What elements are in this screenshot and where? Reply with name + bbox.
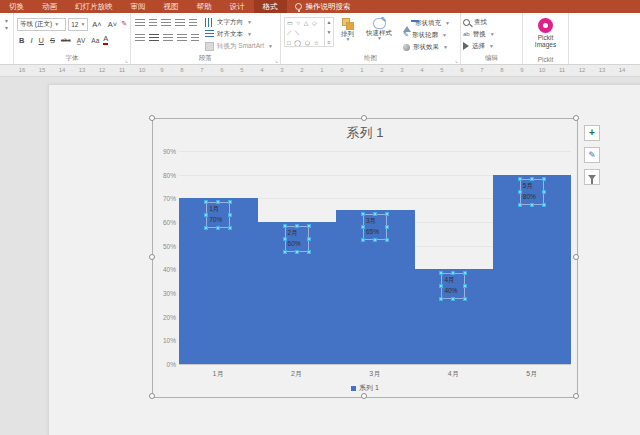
horizontal-ruler[interactable]: 16·15·14·13·12·11·10·9·8·7·6·5·4·3·2·1·0…	[0, 65, 640, 76]
clear-formatting-icon[interactable]: ✎	[121, 20, 127, 28]
ribbon-tab-1[interactable]: 动画	[33, 0, 66, 13]
shape-fill-button[interactable]: 形状填充▼	[401, 17, 452, 29]
bold-button[interactable]: B	[17, 36, 26, 45]
selection-handle-icon[interactable]	[530, 177, 534, 181]
change-case-button[interactable]: Aa	[89, 37, 101, 44]
gallery-more-icon[interactable]: ≡	[328, 39, 331, 45]
pickit-images-button[interactable]: Pickit Images	[523, 16, 568, 50]
increase-indent-icon[interactable]	[175, 19, 185, 28]
selection-handle-icon[interactable]	[542, 203, 546, 207]
ribbon-tab-6[interactable]: 设计	[221, 0, 254, 13]
selection-handle-icon[interactable]	[307, 237, 311, 241]
selection-handle-icon[interactable]	[216, 226, 220, 230]
selection-handle-icon[interactable]	[542, 190, 546, 194]
selection-handle-icon[interactable]	[373, 212, 377, 216]
partial-icon[interactable]: ▾	[0, 17, 13, 24]
chart-frame-handle-icon[interactable]	[573, 254, 579, 260]
selection-handle-icon[interactable]	[385, 238, 389, 242]
chart-frame-handle-icon[interactable]	[149, 115, 155, 121]
selection-handle-icon[interactable]	[373, 238, 377, 242]
justify-icon[interactable]	[177, 34, 187, 43]
selection-handle-icon[interactable]	[361, 225, 365, 229]
selection-handle-icon[interactable]	[283, 250, 287, 254]
selection-handle-icon[interactable]	[204, 200, 208, 204]
selection-handle-icon[interactable]	[228, 200, 232, 204]
selection-handle-icon[interactable]	[542, 177, 546, 181]
replace-button[interactable]: ab 替换▼	[461, 28, 522, 40]
shrink-font-button[interactable]: A˅	[106, 20, 119, 29]
selection-handle-icon[interactable]	[295, 224, 299, 228]
ribbon-tab-0[interactable]: 切换	[0, 0, 33, 13]
shapes-gallery-scroll[interactable]: ▲ ▼ ≡	[324, 18, 333, 46]
font-name-combo[interactable]: 等线 (正文) ▼	[17, 18, 66, 31]
italic-button[interactable]: I	[28, 36, 34, 45]
selection-handle-icon[interactable]	[451, 271, 455, 275]
data-label-1月[interactable]: 1月70%	[206, 202, 230, 228]
chart-frame-handle-icon[interactable]	[149, 393, 155, 399]
decrease-indent-icon[interactable]	[161, 19, 171, 28]
quick-styles-button[interactable]: 快速样式 ▼	[361, 17, 397, 43]
chart-object[interactable]: 系列 1 0%10%20%30%40%50%60%70%80%90%1月2月3月…	[152, 118, 578, 398]
chart-filters-button[interactable]	[584, 169, 600, 185]
data-label-2月[interactable]: 2月60%	[285, 226, 309, 252]
chart-frame-handle-icon[interactable]	[361, 393, 367, 399]
shapes-gallery[interactable]: ▭ ○ △ ◇ ⟋ ⟍ □ ◯ ⬠ ☆ ⇨ ⌒ ▲ ▼ ≡	[284, 17, 334, 47]
drawing-dialog-launcher-icon[interactable]: ⌞	[455, 56, 458, 63]
columns-icon[interactable]	[191, 34, 199, 43]
ribbon-tab-7[interactable]: 格式	[254, 0, 287, 13]
slide-canvas[interactable]: 系列 1 0%10%20%30%40%50%60%70%80%90%1月2月3月…	[48, 84, 640, 435]
select-button[interactable]: 选择▼	[461, 40, 522, 52]
selection-handle-icon[interactable]	[439, 284, 443, 288]
selection-handle-icon[interactable]	[463, 297, 467, 301]
grow-font-button[interactable]: A˄	[90, 20, 103, 29]
selection-handle-icon[interactable]	[295, 250, 299, 254]
partial-icon2[interactable]: ▾	[0, 24, 13, 31]
ribbon-tab-5[interactable]: 帮助	[188, 0, 221, 13]
shape-effects-button[interactable]: 形状效果▼	[401, 41, 452, 53]
numbering-icon[interactable]	[149, 19, 157, 28]
character-spacing-button[interactable]: A̲V	[75, 37, 88, 44]
selection-handle-icon[interactable]	[204, 213, 208, 217]
scroll-up-icon[interactable]: ▲	[327, 19, 332, 25]
selection-handle-icon[interactable]	[361, 212, 365, 216]
data-label-5月[interactable]: 5月80%	[520, 179, 544, 205]
paragraph-dialog-launcher-icon[interactable]: ⌞	[275, 56, 278, 63]
selection-handle-icon[interactable]	[385, 212, 389, 216]
selection-handle-icon[interactable]	[439, 297, 443, 301]
selection-handle-icon[interactable]	[361, 238, 365, 242]
convert-smartart-button[interactable]: 转换为 SmartArt▼	[203, 40, 275, 52]
selection-handle-icon[interactable]	[463, 271, 467, 275]
font-color-button[interactable]: A	[103, 35, 108, 45]
underline-button[interactable]: U	[37, 36, 46, 45]
text-direction-button[interactable]: 文字方向▼	[203, 16, 275, 28]
selection-handle-icon[interactable]	[204, 226, 208, 230]
shadow-button[interactable]: abc	[59, 37, 73, 43]
chart-legend[interactable]: 系列 1	[153, 383, 577, 393]
selection-handle-icon[interactable]	[439, 271, 443, 275]
selection-handle-icon[interactable]	[228, 213, 232, 217]
selection-handle-icon[interactable]	[518, 190, 522, 194]
selection-handle-icon[interactable]	[283, 237, 287, 241]
ribbon-tab-2[interactable]: 幻灯片放映	[66, 0, 122, 13]
line-spacing-icon[interactable]	[189, 19, 197, 28]
selection-handle-icon[interactable]	[463, 284, 467, 288]
selection-handle-icon[interactable]	[518, 203, 522, 207]
tell-me-search[interactable]: 操作说明搜索	[287, 0, 359, 13]
selection-handle-icon[interactable]	[385, 225, 389, 229]
ribbon-tab-3[interactable]: 审阅	[122, 0, 155, 13]
chart-styles-button[interactable]: ✎	[584, 147, 600, 163]
ribbon-tab-4[interactable]: 视图	[155, 0, 188, 13]
align-right-icon[interactable]	[163, 34, 173, 43]
selection-handle-icon[interactable]	[307, 224, 311, 228]
selection-handle-icon[interactable]	[216, 200, 220, 204]
chart-title[interactable]: 系列 1	[153, 124, 577, 142]
chart-frame-handle-icon[interactable]	[573, 115, 579, 121]
chart-frame-handle-icon[interactable]	[149, 254, 155, 260]
selection-handle-icon[interactable]	[451, 297, 455, 301]
scroll-down-icon[interactable]: ▼	[327, 29, 332, 35]
find-button[interactable]: 查找	[461, 16, 522, 28]
strikethrough-button[interactable]: S	[48, 36, 57, 45]
selection-handle-icon[interactable]	[530, 203, 534, 207]
align-text-button[interactable]: 对齐文本▼	[203, 28, 275, 40]
font-dialog-launcher-icon[interactable]: ⌞	[125, 56, 128, 63]
